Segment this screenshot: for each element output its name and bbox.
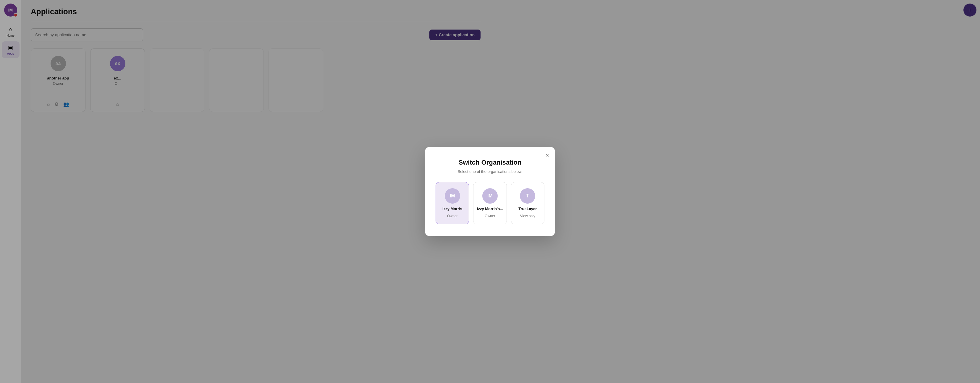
org-card-izzy-morris[interactable]: IM Izzy Morris Owner [436,182,469,191]
organisation-options: IM Izzy Morris Owner IM Izzy Morris's...… [436,182,490,191]
org-card-izzy-morriss[interactable]: IM Izzy Morris's... Owner [473,182,490,191]
modal-subtitle: Select one of the organisations below. [436,169,490,174]
modal-title: Switch Organisation [436,159,490,166]
org-avatar-izzy-morriss: IM [482,188,490,191]
modal-overlay[interactable]: × Switch Organisation Select one of the … [0,0,490,191]
switch-organisation-modal: × Switch Organisation Select one of the … [425,147,490,191]
org-avatar-izzy-morris: IM [445,188,460,191]
